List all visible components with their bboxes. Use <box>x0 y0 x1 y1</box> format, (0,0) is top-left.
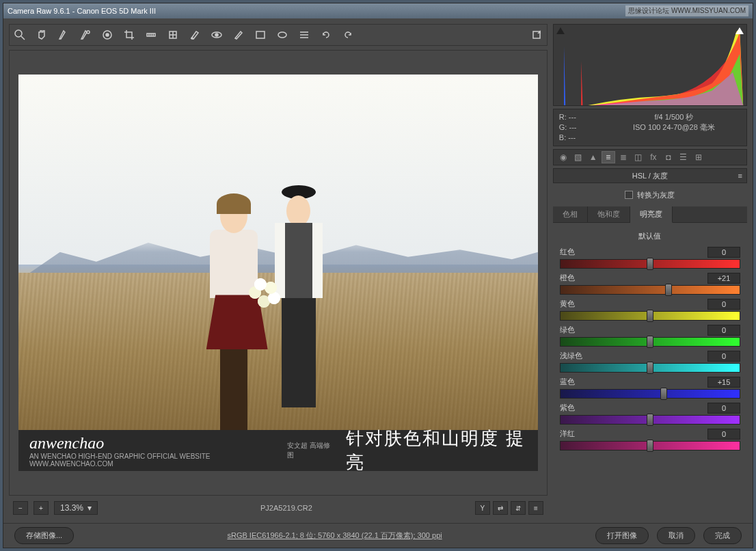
settings-button[interactable]: ≡ <box>528 501 543 515</box>
slider-label-purple: 紫色 <box>560 403 575 414</box>
save-image-button[interactable]: 存储图像... <box>14 527 74 544</box>
tab-hsl-icon[interactable]: ≡ <box>602 151 615 163</box>
slider-value-aqua[interactable]: 0 <box>707 351 740 362</box>
slider-label-orange: 橙色 <box>560 273 575 284</box>
slider-thumb-green[interactable] <box>647 336 653 348</box>
slider-row-red: 红色0 <box>560 247 740 269</box>
shadow-clipping-icon[interactable] <box>556 27 565 34</box>
slider-value-orange[interactable]: +21 <box>707 273 740 284</box>
slider-thumb-red[interactable] <box>647 258 653 270</box>
exif-aperture: f/4 1/500 秒 <box>607 112 741 122</box>
slider-row-aqua: 浅绿色0 <box>560 351 740 373</box>
slider-track-magenta[interactable] <box>560 441 740 451</box>
transform-tool-icon[interactable] <box>167 29 179 41</box>
zoom-in-button[interactable]: + <box>33 501 49 515</box>
tab-camera-icon[interactable]: ◘ <box>662 151 675 163</box>
slider-value-purple[interactable]: 0 <box>707 403 740 414</box>
slider-value-red[interactable]: 0 <box>707 247 740 258</box>
svg-point-16 <box>278 32 286 38</box>
zoom-level-dropdown[interactable]: 13.3% ▾ <box>54 501 98 515</box>
adjustment-brush-tool-icon[interactable] <box>232 29 245 41</box>
color-sampler-tool-icon[interactable] <box>79 29 92 41</box>
rotate-right-icon[interactable] <box>342 29 354 41</box>
slider-thumb-yellow[interactable] <box>647 310 653 322</box>
slider-track-orange[interactable] <box>560 285 740 295</box>
slider-track-aqua[interactable] <box>560 363 740 373</box>
slider-value-yellow[interactable]: 0 <box>707 299 740 310</box>
slider-thumb-magenta[interactable] <box>647 440 653 452</box>
slider-value-magenta[interactable]: 0 <box>707 429 740 440</box>
targeted-adjustment-tool-icon[interactable] <box>101 29 113 41</box>
slider-thumb-orange[interactable] <box>665 284 672 296</box>
panel-tab-strip: ◉ ▧ ▲ ≡ ≣ ◫ fx ◘ ☰ ⊞ <box>553 149 747 165</box>
g-value: G: --- <box>559 122 607 133</box>
histogram[interactable] <box>553 24 747 106</box>
mark-for-delete-icon[interactable] <box>530 29 543 41</box>
zoom-out-button[interactable]: − <box>13 501 28 515</box>
workflow-options-link[interactable]: sRGB IEC61966-2.1; 8 位; 5760 x 3840 (22.… <box>82 530 587 541</box>
b-value: B: --- <box>559 133 607 143</box>
grayscale-label: 转换为灰度 <box>637 190 675 200</box>
slider-track-blue[interactable] <box>560 389 740 399</box>
window-title: Camera Raw 9.6.1 - Canon EOS 5D Mark III <box>8 7 156 15</box>
open-image-button[interactable]: 打开图像 <box>595 527 649 544</box>
watermark: 思缘设计论坛 WWW.MISSYUAN.COM <box>625 5 748 16</box>
slider-track-yellow[interactable] <box>560 311 740 321</box>
svg-rect-15 <box>256 31 265 38</box>
preview-toggle-button[interactable]: Y <box>475 501 490 515</box>
slider-row-yellow: 黄色0 <box>560 299 740 321</box>
graduated-filter-tool-icon[interactable] <box>254 29 267 41</box>
preview-bottom-bar: − + 13.3% ▾ PJ2A5219.CR2 Y ⇄ ⇵ ≡ <box>9 498 548 518</box>
straighten-tool-icon[interactable] <box>145 29 157 41</box>
slider-thumb-blue[interactable] <box>660 388 667 400</box>
slider-track-purple[interactable] <box>560 415 740 425</box>
chevron-down-icon: ▾ <box>87 503 92 513</box>
zoom-tool-icon[interactable] <box>14 29 26 41</box>
sub-tab-hue[interactable]: 色相 <box>553 206 588 222</box>
tab-basic-icon[interactable]: ◉ <box>556 151 570 163</box>
spot-removal-tool-icon[interactable] <box>189 29 201 41</box>
slider-value-green[interactable]: 0 <box>707 325 740 336</box>
sub-tab-luminance[interactable]: 明亮度 <box>630 206 673 223</box>
highlight-clipping-icon[interactable] <box>735 27 744 34</box>
tab-detail-icon[interactable]: ▲ <box>586 151 600 163</box>
tab-fx-icon[interactable]: fx <box>647 151 660 163</box>
svg-point-4 <box>106 33 109 36</box>
tab-lens-icon[interactable]: ◫ <box>632 151 645 163</box>
crop-tool-icon[interactable] <box>123 29 135 41</box>
radial-filter-tool-icon[interactable] <box>276 29 288 41</box>
slider-value-blue[interactable]: +15 <box>707 377 740 388</box>
cancel-button[interactable]: 取消 <box>657 527 695 544</box>
slider-label-yellow: 黄色 <box>560 299 575 310</box>
slider-thumb-purple[interactable] <box>647 414 653 426</box>
slider-thumb-aqua[interactable] <box>647 362 653 374</box>
before-after-button[interactable]: ⇄ <box>493 501 508 515</box>
white-balance-tool-icon[interactable] <box>57 29 70 41</box>
rotate-left-icon[interactable] <box>320 29 332 41</box>
tab-curve-icon[interactable]: ▧ <box>571 151 585 163</box>
slider-row-blue: 蓝色+15 <box>560 377 740 399</box>
photo-logo-sub: AN WENCHAO HIGH-END GRAPHIC OFFICIAL WEB… <box>29 453 273 468</box>
red-eye-tool-icon[interactable] <box>211 29 223 41</box>
tab-presets-icon[interactable]: ☰ <box>677 151 690 163</box>
preferences-icon[interactable] <box>298 29 310 41</box>
info-readout: R: --- G: --- B: --- f/4 1/500 秒 ISO 100… <box>553 109 747 146</box>
slider-track-red[interactable] <box>560 259 740 269</box>
panel-menu-icon[interactable]: ≡ <box>738 172 742 180</box>
slider-track-green[interactable] <box>560 337 740 347</box>
slider-row-magenta: 洋红0 <box>560 429 740 451</box>
done-button[interactable]: 完成 <box>703 527 742 544</box>
hand-tool-icon[interactable] <box>36 29 48 41</box>
svg-point-14 <box>215 33 218 36</box>
slider-row-orange: 橙色+21 <box>560 273 740 295</box>
sub-tab-saturation[interactable]: 饱和度 <box>588 206 630 222</box>
image-preview[interactable]: anwenchao AN WENCHAO HIGH-END GRAPHIC OF… <box>9 50 548 496</box>
slider-row-purple: 紫色0 <box>560 403 740 425</box>
svg-point-12 <box>191 38 193 39</box>
svg-point-2 <box>87 31 90 33</box>
grayscale-checkbox[interactable] <box>625 191 633 199</box>
tab-split-icon[interactable]: ≣ <box>617 151 630 163</box>
slider-label-aqua: 浅绿色 <box>560 351 582 362</box>
tab-snapshots-icon[interactable]: ⊞ <box>692 151 705 163</box>
swap-button[interactable]: ⇵ <box>511 501 526 515</box>
